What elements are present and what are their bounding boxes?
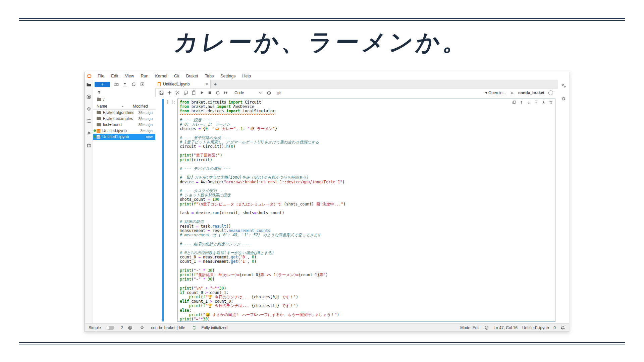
- kernel-status-circle[interactable]: [548, 90, 553, 95]
- new-folder-icon[interactable]: [114, 82, 119, 87]
- code-line[interactable]: [180, 282, 553, 286]
- code-line[interactable]: print("="*30): [180, 317, 553, 321]
- code-line[interactable]: count_1 = measurement.get('1', 0): [180, 259, 553, 264]
- code-line[interactable]: # ショット数を100回に設定: [180, 193, 553, 197]
- code-line[interactable]: # --- タスクの実行 ---: [180, 189, 553, 193]
- paste-icon[interactable]: [190, 89, 198, 97]
- new-launcher-button[interactable]: +: [95, 82, 110, 87]
- code-editor[interactable]: from braket.circuits import Circuitfrom …: [177, 99, 555, 322]
- new-tab-button[interactable]: +: [211, 80, 220, 88]
- duplicate-cell-icon[interactable]: [512, 100, 516, 105]
- filter-funnel-icon[interactable]: [97, 90, 101, 95]
- code-line[interactable]: print("-" * 30): [180, 277, 553, 282]
- kernel-status-text[interactable]: conda_braket | Idle: [151, 325, 185, 330]
- code-line[interactable]: [180, 131, 553, 135]
- code-line[interactable]: # --- デバイスの選択 ---: [180, 167, 553, 171]
- menu-view[interactable]: View: [122, 74, 138, 78]
- cursor-position[interactable]: Ln 47, Col 16: [494, 325, 518, 330]
- save-icon[interactable]: [157, 89, 165, 97]
- checkpoint-clock-icon[interactable]: [265, 89, 273, 97]
- git-status-text[interactable]: Fully initialized: [201, 325, 227, 330]
- code-line[interactable]: print("\n" + "="*30): [180, 286, 553, 291]
- menu-braket[interactable]: Braket: [183, 74, 202, 78]
- code-line[interactable]: from braket.devices import LocalSimulato…: [180, 109, 553, 113]
- gear-cluster-icon[interactable]: [86, 130, 92, 136]
- cell-collapser[interactable]: [162, 99, 164, 321]
- menu-file[interactable]: File: [94, 74, 108, 78]
- restart-icon[interactable]: [214, 89, 222, 97]
- running-kernels-icon[interactable]: [86, 94, 92, 100]
- code-line[interactable]: [180, 162, 553, 167]
- stop-icon[interactable]: [206, 89, 214, 97]
- kernel-name[interactable]: conda_braket: [518, 90, 544, 95]
- active-file-name[interactable]: Untitled1.ipynb: [522, 325, 549, 330]
- tab-untitled1[interactable]: Untitled1.ipynb ×: [155, 80, 211, 88]
- debugger-panel-icon[interactable]: [561, 96, 566, 101]
- shield-check-icon[interactable]: [484, 325, 489, 330]
- simple-mode-toggle[interactable]: [106, 326, 114, 330]
- menu-tabs[interactable]: Tabs: [202, 74, 217, 78]
- file-row[interactable]: Braket examples36m ago: [93, 116, 155, 122]
- code-line[interactable]: # 結果の取得: [180, 220, 553, 224]
- code-line[interactable]: task = device.run(circuit, shots=shots_c…: [180, 211, 553, 215]
- file-browser-icon[interactable]: [86, 82, 92, 87]
- move-up-icon[interactable]: [519, 100, 524, 105]
- notification-count[interactable]: 0: [553, 325, 556, 330]
- code-line[interactable]: print("量子回路図:"): [180, 153, 553, 158]
- column-name[interactable]: Name: [97, 104, 107, 109]
- close-icon[interactable]: ×: [205, 82, 208, 86]
- code-line[interactable]: print(f"集計結果: 0(カレー)={count_0}票 vs 1(ラーメ…: [180, 273, 553, 277]
- code-line[interactable]: [180, 114, 553, 118]
- refresh-icon[interactable]: [131, 82, 136, 87]
- code-line[interactable]: [180, 215, 553, 220]
- file-row[interactable]: Untitled.ipynb3m ago: [93, 128, 155, 134]
- debugger-bug-icon[interactable]: [510, 90, 514, 95]
- git-sync-icon[interactable]: [192, 325, 197, 330]
- file-row[interactable]: lost+found39m ago: [93, 122, 155, 128]
- insert-below-icon[interactable]: [541, 100, 546, 105]
- code-line[interactable]: circuit = Circuit().h(0): [180, 144, 553, 149]
- menu-edit[interactable]: Edit: [108, 74, 122, 78]
- copy-icon[interactable]: [181, 89, 190, 97]
- clone-repository-icon[interactable]: [140, 82, 145, 87]
- sort-arrow-icon[interactable]: ▲: [121, 105, 124, 108]
- menu-run[interactable]: Run: [138, 74, 152, 78]
- git-toolbar-label[interactable]: git: [277, 91, 281, 95]
- insert-above-icon[interactable]: [534, 100, 538, 105]
- git-icon[interactable]: [86, 106, 92, 112]
- code-line[interactable]: # measurement は {'0': 48, '1': 52} のような辞…: [180, 233, 553, 237]
- move-down-icon[interactable]: [527, 100, 531, 105]
- code-line[interactable]: device = AwsDevice("arn:aws:braket:us-ea…: [180, 180, 553, 184]
- code-line[interactable]: [180, 184, 553, 189]
- column-modified[interactable]: Modified: [133, 104, 153, 109]
- insert-cell-icon[interactable]: [165, 89, 173, 97]
- code-line[interactable]: [180, 264, 553, 268]
- code-line[interactable]: print(f"🏆 今日のランチは... {choices[0]} です！"): [180, 295, 553, 299]
- cut-icon[interactable]: [173, 89, 181, 97]
- file-row[interactable]: Untitled1.ipynbnow: [93, 134, 155, 140]
- code-line[interactable]: print(f"\n量子コンピュータ（またはシミュレータ）で {shots_co…: [180, 202, 553, 206]
- open-in-button[interactable]: ▾ Open in...: [485, 90, 506, 95]
- menu-help[interactable]: Help: [239, 74, 254, 78]
- menu-git[interactable]: Git: [171, 74, 183, 78]
- kernel-sessions-icon[interactable]: [128, 325, 132, 330]
- code-line[interactable]: choices = {0: "🍛 カレー", 1: "🍜 ラーメン"}: [180, 127, 553, 131]
- extensions-puzzle-icon[interactable]: [86, 142, 92, 148]
- bell-icon[interactable]: [560, 325, 565, 330]
- kernel-session-count[interactable]: 2: [121, 325, 123, 330]
- breadcrumb[interactable]: /: [93, 96, 155, 103]
- file-row[interactable]: Braket algorithms36m ago: [93, 110, 155, 116]
- upload-icon[interactable]: [122, 82, 127, 87]
- run-all-icon[interactable]: [222, 89, 230, 97]
- run-icon[interactable]: [198, 89, 206, 97]
- code-line[interactable]: print("😅 まさかの同点！ ハーフ&ハーフにするか、もう一度実行しましょう…: [180, 313, 553, 317]
- mode-indicator[interactable]: Mode: Edit: [460, 325, 479, 330]
- code-line[interactable]: print(f"🏆 今日のランチは... {choices[1]} です！"): [180, 304, 553, 308]
- code-line[interactable]: print(circuit): [180, 158, 553, 162]
- git-status-icon[interactable]: [140, 325, 144, 330]
- table-of-contents-icon[interactable]: [86, 118, 92, 124]
- property-inspector-gears-icon[interactable]: [561, 83, 567, 88]
- code-line[interactable]: # 1量子ビットを用意し、アダマールゲート(H)をかけて重ね合わせ状態にする: [180, 140, 553, 144]
- cell-type-dropdown[interactable]: Code: [234, 90, 262, 95]
- menu-settings[interactable]: Settings: [217, 74, 239, 78]
